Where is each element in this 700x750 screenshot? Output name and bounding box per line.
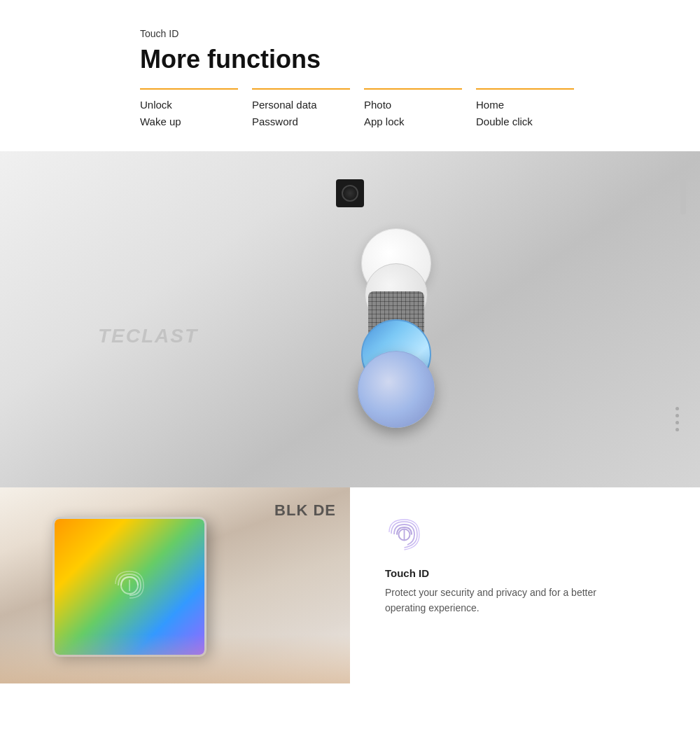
bottom-right-content: Touch ID Protect your security and priva… <box>350 487 700 683</box>
speaker-dot-2 <box>676 414 679 417</box>
brand-name: TECLAST <box>98 325 198 347</box>
feature-personal: Personal data Password <box>252 88 350 130</box>
tablet-image-section: TECLAST <box>0 151 700 487</box>
speaker-dot-3 <box>676 421 679 424</box>
touch-id-subtitle: Touch ID <box>140 28 700 39</box>
main-title: More functions <box>140 45 700 74</box>
fingerprint-icon-large <box>385 515 424 554</box>
speaker-dot-4 <box>676 428 679 431</box>
brand-text: TECLAST <box>98 325 198 347</box>
bottom-section: BLK DE Touch ID Protect your security an… <box>0 487 700 683</box>
blk-text: BLK DE <box>274 501 336 520</box>
feature-photo-text: Photo App lock <box>364 97 448 130</box>
touch-id-title: Touch ID <box>385 567 672 579</box>
feature-unlock-text: Unlock Wake up <box>140 97 224 130</box>
touch-id-description: Protect your security and privacy and fo… <box>385 585 609 616</box>
feature-unlock: Unlock Wake up <box>140 88 238 130</box>
camera-lens <box>342 185 358 202</box>
speaker-dot-1 <box>676 407 679 410</box>
side-button <box>680 179 686 214</box>
speaker-dots <box>676 407 679 431</box>
hands-area <box>0 634 350 683</box>
feature-home-text: Home Double click <box>476 97 560 130</box>
sensor-layer-bottom <box>358 351 435 428</box>
fingerprint-icon-screen <box>108 564 150 606</box>
tablet-fingerprint-overlay <box>108 564 150 609</box>
sensor-explosion <box>319 228 473 410</box>
features-row: Unlock Wake up Personal data Password Ph… <box>140 88 700 130</box>
bottom-left-image: BLK DE <box>0 487 350 683</box>
camera <box>336 179 364 207</box>
feature-home: Home Double click <box>476 88 574 130</box>
feature-photo: Photo App lock <box>364 88 462 130</box>
feature-personal-text: Personal data Password <box>252 97 336 130</box>
top-section: Touch ID More functions Unlock Wake up P… <box>0 0 700 151</box>
